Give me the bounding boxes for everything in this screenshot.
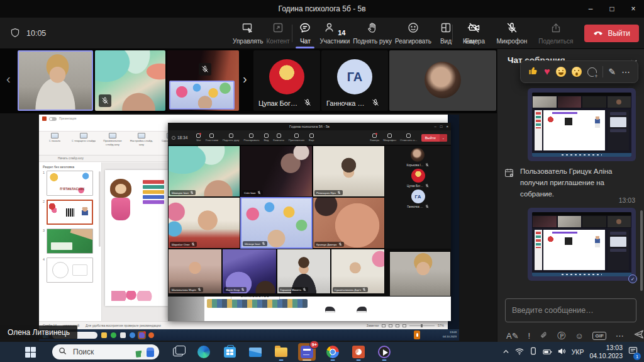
video-tile[interactable] bbox=[167, 50, 239, 111]
sorter-view-icon[interactable] bbox=[389, 324, 392, 327]
start-button[interactable] bbox=[25, 347, 36, 358]
shared-taskbar-app-icon[interactable] bbox=[101, 332, 107, 338]
filmstrip-next-icon[interactable]: › bbox=[243, 72, 247, 86]
filmstrip-prev-icon[interactable]: ‹ bbox=[6, 72, 11, 86]
more-icon[interactable]: ⋯ bbox=[621, 67, 630, 77]
slideshow-view-icon[interactable] bbox=[402, 324, 406, 327]
calendar-invite-icon bbox=[504, 166, 515, 200]
shared-taskbar-app-icon[interactable] bbox=[148, 332, 154, 338]
shield-icon bbox=[172, 136, 175, 140]
task-view-icon bbox=[173, 348, 183, 356]
notification-center-button[interactable]: 1 bbox=[628, 346, 638, 358]
reading-view-icon[interactable] bbox=[396, 324, 399, 327]
minimize-icon[interactable]: – bbox=[580, 0, 601, 18]
avatar bbox=[425, 62, 461, 98]
ppt-slide-thumbnail[interactable] bbox=[47, 200, 93, 225]
phone-link-icon[interactable] bbox=[530, 346, 537, 358]
react-button[interactable]: Реагировать bbox=[394, 20, 433, 47]
mic-button[interactable]: Микрофон bbox=[496, 20, 529, 47]
nested-toolbar-button: Приложения bbox=[289, 133, 304, 142]
video-tile-pinned[interactable] bbox=[169, 81, 235, 110]
participant-tile[interactable]: Цупак Бог… bbox=[253, 50, 320, 111]
chat-image-attachment[interactable] bbox=[532, 93, 631, 157]
close-icon[interactable]: × bbox=[623, 0, 644, 18]
video-tile[interactable] bbox=[95, 50, 165, 111]
laugh-reaction[interactable] bbox=[556, 67, 566, 77]
participant-name: Спін Іван bbox=[244, 191, 256, 195]
zoom-slider[interactable] bbox=[409, 325, 435, 326]
chat-image-attachment[interactable] bbox=[532, 212, 631, 276]
manage-button[interactable]: Управлять bbox=[231, 20, 265, 47]
tab-chat[interactable]: Чат bbox=[292, 20, 318, 47]
media-player-button[interactable] bbox=[375, 343, 393, 361]
mic-off-icon bbox=[425, 205, 429, 208]
raise-hand-button[interactable]: Поднять руку bbox=[352, 20, 393, 47]
ppt-status-accessibility[interactable]: Для удобства восприятия проверьте рекоме… bbox=[86, 324, 161, 327]
send-icon[interactable] bbox=[633, 329, 644, 342]
ppt-ribbon-button[interactable]: Произвольное слайд-шоу bbox=[99, 133, 126, 147]
language-indicator[interactable]: УКР bbox=[572, 348, 584, 356]
hidden-icons-chevron[interactable] bbox=[502, 346, 509, 358]
taskbar-search[interactable] bbox=[52, 344, 159, 359]
ppt-panel-scrollbar[interactable] bbox=[99, 171, 101, 247]
ppt-slide-thumbnail[interactable] bbox=[47, 171, 93, 196]
priority-icon[interactable]: ! bbox=[528, 332, 531, 340]
attach-icon[interactable] bbox=[540, 331, 548, 341]
normal-view-icon[interactable] bbox=[382, 324, 386, 327]
wifi-icon[interactable] bbox=[515, 346, 524, 358]
add-emoji-icon[interactable] bbox=[587, 67, 597, 77]
participants-button[interactable]: 14 Участники bbox=[318, 20, 351, 47]
battery-icon[interactable] bbox=[543, 346, 552, 358]
shared-taskbar-app-icon[interactable] bbox=[139, 332, 145, 338]
mail-button[interactable] bbox=[247, 343, 264, 361]
surprised-reaction[interactable] bbox=[572, 67, 582, 77]
teams-button[interactable]: 9+ bbox=[298, 343, 316, 361]
ppt-notes-button[interactable]: Заметки bbox=[367, 324, 379, 327]
loop-icon[interactable]: Ⓟ bbox=[557, 332, 565, 340]
chat-message-input[interactable] bbox=[505, 298, 636, 322]
taskbar-clock[interactable]: 13:03 04.10.2023 bbox=[589, 344, 623, 360]
store-button[interactable] bbox=[221, 343, 238, 361]
emoji-icon[interactable]: ☺ bbox=[575, 332, 583, 340]
thumbs-up-reaction[interactable] bbox=[528, 65, 538, 78]
shared-taskbar-app-icon[interactable] bbox=[120, 332, 126, 338]
maximize-icon[interactable]: □ bbox=[601, 0, 623, 18]
ppt-slide-thumbnail[interactable] bbox=[47, 229, 93, 254]
leave-button[interactable]: Выйти bbox=[584, 25, 639, 42]
search-icon bbox=[58, 346, 67, 358]
camera-button[interactable]: Камера bbox=[462, 20, 487, 47]
ppt-slide-row[interactable]: 4 bbox=[40, 257, 99, 283]
ppt-ribbon-button[interactable]: С начала bbox=[42, 133, 68, 147]
heart-reaction[interactable]: ♥ bbox=[544, 67, 550, 77]
ppt-slide-thumbnail[interactable] bbox=[47, 257, 93, 283]
shared-taskbar-app-icon[interactable] bbox=[111, 332, 116, 338]
chat-scrollbar[interactable] bbox=[640, 210, 643, 291]
search-input[interactable] bbox=[72, 347, 126, 357]
ppt-slide-row[interactable]: 3 bbox=[40, 229, 99, 254]
slide-caption: ЗНАЙОМСТВО bbox=[231, 297, 280, 300]
gif-icon[interactable]: GIF bbox=[592, 332, 606, 340]
chrome-button[interactable] bbox=[324, 343, 341, 361]
ppt-slide-row[interactable]: 2 bbox=[40, 200, 99, 225]
ppt-ribbon-button[interactable]: Настройка слайд-шоу bbox=[128, 133, 155, 147]
speaker-icon[interactable] bbox=[558, 346, 566, 358]
participant-tile-avatar-only[interactable] bbox=[389, 50, 496, 111]
format-text-icon[interactable]: A✎ bbox=[506, 332, 519, 340]
more-compose-icon[interactable]: ⋯ bbox=[616, 332, 624, 340]
ppt-zoom-level[interactable]: 57% bbox=[438, 324, 444, 327]
participant-tile[interactable]: ГА Ганночка … bbox=[321, 50, 388, 111]
edge-button[interactable] bbox=[195, 343, 213, 361]
autosave-toggle[interactable] bbox=[49, 117, 57, 121]
ppt-slide-panel[interactable]: Раздел без заголовка 1 2 3 bbox=[39, 162, 102, 321]
powerpoint-button[interactable] bbox=[350, 343, 367, 361]
shared-taskbar-app-icon[interactable] bbox=[130, 332, 135, 338]
file-explorer-button[interactable] bbox=[272, 343, 290, 361]
video-tile-presenter[interactable] bbox=[18, 50, 93, 111]
ppt-ribbon-button[interactable]: С текущего слайда bbox=[70, 133, 97, 147]
ppt-slide-row[interactable]: 1 bbox=[40, 171, 99, 196]
nested-toolbar-button: Комнаты bbox=[273, 133, 284, 142]
ppt-section-label[interactable]: Раздел без заголовка bbox=[40, 164, 99, 171]
chat-message-card: ✓ bbox=[528, 208, 636, 281]
task-view-button[interactable] bbox=[169, 343, 187, 361]
pencil-icon[interactable]: ✎ bbox=[609, 67, 616, 77]
